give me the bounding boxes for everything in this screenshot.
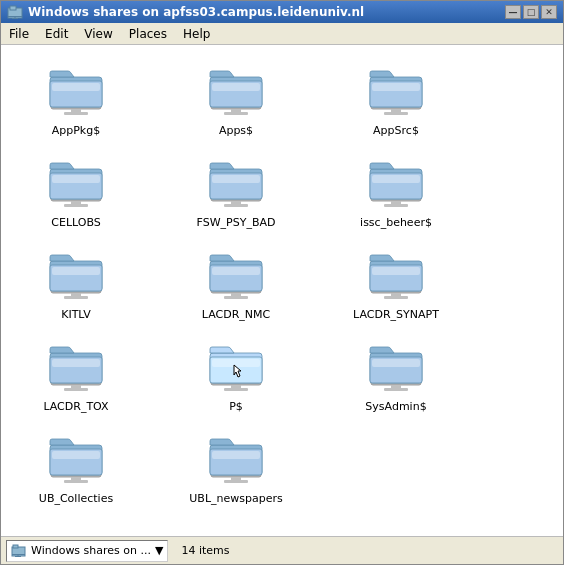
location-text: Windows shares on ... — [31, 544, 151, 557]
svg-rect-18 — [212, 83, 260, 91]
file-item[interactable]: AppPkg$ — [11, 60, 141, 142]
svg-rect-96 — [52, 451, 100, 459]
svg-rect-22 — [384, 112, 408, 115]
file-item[interactable]: UBL_newspapers — [171, 428, 301, 510]
menu-item-file[interactable]: File — [1, 23, 37, 44]
folder-icon — [46, 65, 106, 117]
window-icon — [7, 4, 23, 20]
folder-icon-wrapper — [366, 341, 426, 396]
folder-icon-wrapper — [206, 341, 266, 396]
svg-rect-50 — [64, 296, 88, 299]
folder-icon-wrapper — [366, 249, 426, 304]
svg-rect-46 — [372, 175, 420, 183]
folder-icon — [206, 65, 266, 117]
svg-rect-25 — [372, 83, 420, 91]
file-item[interactable]: UB_Collecties — [11, 428, 141, 510]
file-label: KITLV — [61, 308, 91, 321]
folder-icon-wrapper — [46, 433, 106, 488]
item-count: 14 items — [181, 544, 229, 557]
folder-icon-wrapper — [46, 341, 106, 396]
svg-rect-4 — [12, 18, 18, 19]
location-icon — [11, 543, 27, 559]
file-label: FSW_PSY_BAD — [197, 216, 276, 229]
file-label: Apps$ — [219, 124, 253, 137]
file-label: AppSrc$ — [373, 124, 419, 137]
svg-rect-60 — [212, 267, 260, 275]
file-grid: AppPkg$Apps$AppSrc$CELLOBSFSW_PSY_BADiss… — [11, 60, 553, 510]
close-button[interactable]: ✕ — [541, 5, 557, 19]
svg-rect-2 — [8, 16, 22, 17]
svg-rect-74 — [52, 359, 100, 367]
main-window: Windows shares on apfss03.campus.leidenu… — [0, 0, 564, 565]
content-area[interactable]: AppPkg$Apps$AppSrc$CELLOBSFSW_PSY_BADiss… — [1, 45, 563, 536]
svg-rect-100 — [224, 480, 248, 483]
file-item[interactable]: AppSrc$ — [331, 60, 461, 142]
file-label: CELLOBS — [51, 216, 101, 229]
folder-icon-wrapper — [366, 157, 426, 212]
folder-icon-wrapper — [206, 249, 266, 304]
svg-rect-32 — [52, 175, 100, 183]
folder-icon — [366, 341, 426, 393]
folder-icon-wrapper — [46, 249, 106, 304]
folder-icon — [366, 249, 426, 301]
svg-rect-67 — [372, 267, 420, 275]
menu-item-view[interactable]: View — [76, 23, 120, 44]
folder-icon-wrapper — [366, 65, 426, 120]
svg-rect-86 — [384, 388, 408, 391]
title-bar: Windows shares on apfss03.campus.leidenu… — [1, 1, 563, 23]
folder-icon-wrapper — [46, 65, 106, 120]
title-controls: — □ ✕ — [505, 5, 557, 19]
window-title: Windows shares on apfss03.campus.leidenu… — [28, 5, 364, 19]
folder-icon — [46, 249, 106, 301]
file-item[interactable]: P$ — [171, 336, 301, 418]
file-item[interactable]: Apps$ — [171, 60, 301, 142]
file-label: P$ — [229, 400, 243, 413]
status-bar: Windows shares on ... ▼ 14 items — [1, 536, 563, 564]
maximize-button[interactable]: □ — [523, 5, 539, 19]
svg-rect-8 — [64, 112, 88, 115]
file-label: SysAdmin$ — [365, 400, 426, 413]
file-item[interactable]: LACDR_NMC — [171, 244, 301, 326]
file-item[interactable]: CELLOBS — [11, 152, 141, 234]
svg-rect-1 — [10, 6, 16, 10]
folder-icon — [366, 157, 426, 209]
file-item[interactable]: issc_beheer$ — [331, 152, 461, 234]
file-item[interactable]: LACDR_SYNAPT — [331, 244, 461, 326]
svg-rect-43 — [384, 204, 408, 207]
menu-item-help[interactable]: Help — [175, 23, 218, 44]
folder-icon-wrapper — [206, 157, 266, 212]
menubar: FileEditViewPlacesHelp — [1, 23, 563, 45]
folder-icon — [206, 341, 266, 393]
file-label: AppPkg$ — [52, 124, 100, 137]
file-item[interactable]: FSW_PSY_BAD — [171, 152, 301, 234]
svg-rect-64 — [384, 296, 408, 299]
file-label: LACDR_SYNAPT — [353, 308, 439, 321]
file-item[interactable]: KITLV — [11, 244, 141, 326]
svg-rect-39 — [212, 175, 260, 183]
file-item[interactable]: LACDR_TOX — [11, 336, 141, 418]
menu-item-edit[interactable]: Edit — [37, 23, 76, 44]
folder-icon — [206, 249, 266, 301]
svg-rect-11 — [52, 83, 100, 91]
title-bar-left: Windows shares on apfss03.campus.leidenu… — [7, 4, 364, 20]
file-label: UB_Collecties — [39, 492, 113, 505]
svg-rect-89 — [372, 359, 420, 367]
location-selector[interactable]: Windows shares on ... ▼ — [6, 540, 168, 562]
svg-rect-108 — [15, 556, 21, 557]
folder-icon — [46, 341, 106, 393]
folder-icon-wrapper — [206, 65, 266, 120]
file-label: LACDR_TOX — [43, 400, 108, 413]
menu-item-places[interactable]: Places — [121, 23, 175, 44]
file-label: UBL_newspapers — [189, 492, 282, 505]
folder-icon — [366, 65, 426, 117]
minimize-button[interactable]: — — [505, 5, 521, 19]
file-item[interactable]: SysAdmin$ — [331, 336, 461, 418]
folder-icon — [206, 157, 266, 209]
folder-icon — [46, 157, 106, 209]
file-label: issc_beheer$ — [360, 216, 432, 229]
folder-icon — [206, 433, 266, 485]
svg-rect-103 — [212, 451, 260, 459]
folder-icon-wrapper — [46, 157, 106, 212]
folder-icon — [46, 433, 106, 485]
svg-rect-57 — [224, 296, 248, 299]
